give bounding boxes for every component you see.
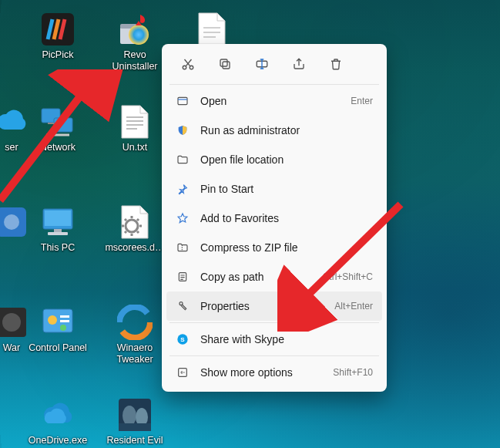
menu-item-shortcut: Shift+F10 — [333, 367, 373, 378]
svg-point-35 — [190, 66, 193, 69]
svg-rect-25 — [60, 315, 69, 318]
star-icon — [176, 211, 190, 225]
more-icon — [176, 365, 190, 379]
network-icon — [39, 103, 76, 140]
document-icon — [193, 11, 230, 48]
menu-item-label: Pin to Start — [200, 183, 373, 195]
desktop-icon-untxt[interactable]: Un.txt — [100, 103, 169, 153]
desktop-icon-label: ser — [5, 142, 18, 153]
menu-item-label: Run as administrator — [200, 124, 373, 136]
svg-rect-19 — [48, 232, 68, 235]
winaero-icon — [116, 304, 153, 341]
menu-item-label: Copy as path — [200, 271, 312, 283]
desktop-icon-residentevil[interactable]: Resident Evil — [100, 396, 169, 446]
skype-icon: S — [176, 332, 190, 346]
desktop-icon-label: OneDrive.exe — [29, 435, 87, 446]
menu-item-open-location[interactable]: Open file location — [166, 145, 382, 174]
menu-item-compress-zip[interactable]: Compress to ZIP file — [166, 233, 382, 262]
desktop-icon-label: War — [3, 342, 20, 354]
svg-rect-36 — [223, 62, 230, 69]
desktop-icon-doc[interactable] — [177, 11, 247, 48]
svg-point-3 — [129, 25, 149, 45]
svg-rect-9 — [48, 123, 54, 124]
desktop-icon-controlpanel[interactable]: Control Panel — [23, 304, 92, 354]
desktop-icon-revo[interactable]: Revo Uninstaller — [100, 11, 169, 72]
svg-rect-33 — [119, 423, 151, 431]
menu-item-copy-path[interactable]: Copy as path Ctrl+Shift+C — [166, 262, 382, 291]
menu-item-label: Show more options — [200, 366, 322, 379]
svg-text:S: S — [180, 336, 185, 343]
svg-rect-5 — [203, 32, 220, 33]
folder-icon — [176, 153, 190, 167]
desktop-icon-label: Resident Evil — [107, 435, 163, 446]
svg-rect-37 — [220, 59, 227, 66]
svg-point-31 — [122, 406, 136, 426]
svg-point-15 — [4, 214, 19, 230]
menu-item-label: Open file location — [200, 153, 373, 166]
svg-point-34 — [183, 66, 186, 69]
zip-icon — [176, 241, 190, 254]
desktop-icon-mscorees[interactable]: mscorees.d… — [100, 204, 169, 254]
desktop[interactable]: PicPick Revo Uninstaller — [0, 0, 500, 448]
shield-icon — [176, 123, 190, 137]
rename-icon[interactable] — [247, 52, 277, 76]
svg-rect-8 — [54, 118, 72, 132]
desktop-icon-label: This PC — [41, 242, 75, 254]
svg-rect-39 — [178, 97, 187, 104]
svg-point-24 — [48, 315, 57, 325]
menu-item-label: Compress to ZIP file — [200, 241, 373, 254]
menu-item-label: Share with Skype — [200, 333, 373, 345]
menu-item-label: Open — [200, 95, 340, 107]
separator — [169, 322, 379, 323]
pc-icon — [39, 204, 76, 241]
open-icon — [176, 94, 190, 108]
pin-icon — [176, 182, 190, 196]
desktop-icon-label: Control Panel — [29, 342, 87, 354]
svg-point-27 — [60, 325, 66, 331]
menu-item-pin-start[interactable]: Pin to Start — [166, 174, 382, 204]
properties-icon — [176, 299, 190, 313]
desktop-icon-thispc[interactable]: This PC — [23, 204, 92, 254]
ini-icon — [116, 204, 153, 241]
desktop-icon-picpick[interactable]: PicPick — [23, 11, 92, 61]
context-menu: Open Enter Run as administrator Open fil… — [162, 44, 387, 392]
game-icon — [116, 396, 153, 433]
menu-item-label: Add to Favorites — [200, 212, 373, 224]
controlpanel-icon — [39, 304, 76, 341]
svg-rect-18 — [54, 229, 62, 232]
menu-item-shortcut: Alt+Enter — [334, 301, 373, 312]
svg-point-22 — [2, 313, 21, 332]
separator — [169, 355, 379, 356]
desktop-icon-network[interactable]: Network — [23, 103, 92, 153]
menu-item-run-admin[interactable]: Run as administrator — [166, 116, 382, 145]
menu-item-open[interactable]: Open Enter — [166, 86, 382, 116]
cut-icon[interactable] — [173, 52, 203, 76]
desktop-icon-label: Un.txt — [122, 142, 148, 153]
onedrive-icon — [39, 396, 76, 433]
txt-icon — [116, 103, 153, 140]
desktop-icon-label: Network — [40, 142, 76, 153]
desktop-icon-onedrive[interactable]: OneDrive.exe — [23, 396, 92, 446]
desktop-icon-winaero[interactable]: Winaero Tweaker — [100, 304, 169, 365]
menu-item-show-more[interactable]: Show more options Shift+F10 — [166, 358, 382, 387]
svg-rect-17 — [45, 211, 71, 226]
copy-icon[interactable] — [210, 52, 240, 76]
svg-rect-4 — [203, 27, 220, 29]
picpick-icon — [39, 11, 76, 48]
separator — [169, 84, 379, 85]
svg-rect-11 — [126, 120, 143, 122]
share-icon[interactable] — [284, 52, 314, 76]
trash-icon[interactable] — [320, 52, 351, 76]
menu-item-label: Properties — [200, 300, 324, 312]
copy-path-icon — [176, 270, 190, 284]
desktop-icon-label: Revo Uninstaller — [101, 49, 169, 72]
menu-item-shortcut: Enter — [351, 96, 373, 106]
svg-rect-13 — [126, 128, 137, 130]
menu-item-add-favorites[interactable]: Add to Favorites — [166, 204, 382, 233]
menu-item-share-skype[interactable]: S Share with Skype — [166, 325, 382, 354]
svg-rect-26 — [60, 320, 69, 322]
svg-rect-6 — [203, 36, 216, 38]
desktop-icon-label: PicPick — [42, 49, 74, 61]
menu-item-properties[interactable]: Properties Alt+Enter — [166, 291, 382, 321]
desktop-icon-label: mscorees.d… — [105, 242, 164, 254]
